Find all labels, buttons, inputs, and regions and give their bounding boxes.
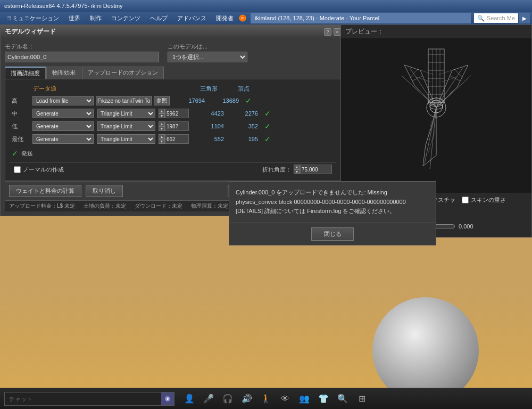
spinner-up-medium[interactable]: ▲ [159, 109, 165, 113]
tab-detail[interactable]: 描画詳細度 [5, 67, 46, 79]
menu-advanced[interactable]: アドバンス [173, 13, 211, 23]
normal-checkbox-label: ノーマルの作成 [23, 166, 64, 174]
group-icon[interactable]: 👥 [298, 392, 311, 405]
bottom-options: ノーマルの作成 折れ角度： ▲ ▼ [10, 162, 336, 176]
calculate-button[interactable]: ウェイトと料金の計算 [9, 185, 81, 197]
error-close-row: 閉じる [229, 223, 436, 245]
status-ok-lowest: ✓ [264, 135, 271, 143]
skin-weight-checkbox[interactable] [462, 197, 469, 203]
triangles-header: 三角形 [179, 85, 222, 93]
angle-input[interactable] [300, 165, 332, 174]
firestorm-icon: F [239, 14, 246, 22]
lod-value-lowest[interactable] [165, 134, 189, 144]
mic-icon[interactable]: 🎤 [202, 392, 215, 405]
normal-checkbox[interactable] [14, 166, 21, 173]
sidebar-toggle[interactable]: ▶ [519, 13, 530, 23]
spinner-down-medium[interactable]: ▼ [159, 113, 165, 118]
model-name-label: モデル名： [5, 43, 159, 51]
menu-help[interactable]: ヘルプ [146, 13, 172, 23]
background-scene [0, 287, 532, 388]
this-model-label: このモデルは... [168, 43, 247, 51]
tab-physics[interactable]: 物理効果 [46, 67, 81, 79]
angle-label: 折れ角度： [262, 166, 292, 174]
menu-developer[interactable]: 開発者 [212, 13, 238, 23]
close-button[interactable]: × [334, 28, 341, 36]
spinner-down-low[interactable]: ▼ [159, 126, 165, 131]
vertices-lowest: 195 [230, 136, 262, 142]
status-physics: 物理演算：未定 [191, 202, 228, 210]
preview-title: プレビュー： [341, 25, 531, 38]
this-model-select[interactable]: 1つを選択... [168, 52, 247, 62]
status-ok-medium: ✓ [264, 109, 271, 118]
lod-row-high: 高 Load from file 参照 17694 13689 ✓ [10, 95, 336, 107]
search-taskbar-icon[interactable]: 🔍 [336, 392, 349, 405]
browse-btn-high[interactable]: 参照 [154, 96, 170, 105]
menu-world[interactable]: 世界 [64, 13, 85, 23]
menu-bar: コミュニケーション 世界 制作 コンテンツ ヘルプ アドバンス 開発者 F ik… [0, 12, 532, 24]
spinner-low: ▲ ▼ [159, 121, 165, 131]
menu-communication[interactable]: コミュニケーション [2, 13, 63, 23]
spinner-lowest: ▲ ▼ [159, 134, 165, 144]
spinner-up-low[interactable]: ▲ [159, 121, 165, 126]
lod-value-low[interactable] [165, 121, 189, 131]
triangles-low: 1104 [191, 123, 228, 129]
model-name-group: モデル名： [5, 43, 159, 62]
angle-spinner-up[interactable]: ▲ [294, 165, 300, 169]
error-message: Cylinder.000_0 をアップロードできませんでした: Missing … [229, 182, 436, 223]
cancel-button[interactable]: 取り消し [86, 185, 123, 197]
tabs: 描画詳細度 物理効果 アップロードのオプション [5, 67, 341, 79]
this-model-group: このモデルは... 1つを選択... [168, 43, 247, 62]
triangles-lowest: 552 [191, 136, 228, 142]
angle-spinner-down[interactable]: ▼ [294, 169, 300, 174]
check-icon: ✓ [12, 149, 18, 158]
search-box[interactable]: 🔍 Search Me [474, 13, 518, 23]
check-row: ✓ 発送 [10, 147, 336, 160]
model-name-input[interactable] [5, 52, 159, 62]
lod-label-low: 低 [12, 122, 30, 130]
lod-row-lowest: 最低 Generate Triangle Limit ▲ ▼ 552 195 ✓ [10, 133, 336, 145]
triangles-medium: 4423 [191, 110, 228, 117]
lod-method-low[interactable]: Triangle Limit [97, 121, 155, 131]
error-close-button[interactable]: 閉じる [311, 227, 354, 241]
title-text: estorm-Releasex64 4.7.5.47975- ikim Dest… [4, 3, 123, 9]
headset-icon[interactable]: 🎧 [221, 392, 234, 405]
spinner-down-lowest[interactable]: ▼ [159, 139, 165, 144]
vertices-low: 352 [230, 123, 262, 129]
error-dialog: Cylinder.000_0 をアップロードできませんでした: Missing … [229, 181, 436, 246]
avatar-appearance-icon[interactable]: 👕 [317, 392, 330, 405]
walk-icon[interactable]: 🚶 [260, 392, 272, 405]
lod-row-low: 低 Generate Triangle Limit ▲ ▼ 1104 352 ✓ [10, 120, 336, 132]
menu-create[interactable]: 制作 [86, 13, 106, 23]
skin-weight-label: スキンの重さ [471, 196, 506, 204]
lod-method-lowest[interactable]: Triangle Limit [97, 134, 155, 144]
lod-file-high[interactable] [96, 96, 152, 105]
grid-icon[interactable]: ⊞ [355, 392, 368, 405]
error-text: Cylinder.000_0 をアップロードできませんでした: Missing … [236, 189, 406, 214]
status-ok-low: ✓ [264, 122, 271, 130]
help-button[interactable]: ? [324, 28, 331, 36]
spinner-up-lowest[interactable]: ▲ [159, 134, 165, 139]
chat-send-icon[interactable] [161, 392, 174, 405]
lod-method-medium[interactable]: Triangle Limit [97, 109, 155, 118]
lod-value-medium[interactable] [165, 109, 189, 118]
avatar-icon[interactable]: 👤 [183, 392, 196, 405]
camera-icon[interactable]: 👁 [279, 392, 292, 405]
lod-source-high[interactable]: Load from file [32, 96, 94, 105]
location-bar: ikimland (128, 128, 23) - Moderate - You… [251, 13, 471, 23]
location-text: ikimland (128, 128, 23) - Moderate - You… [255, 15, 379, 21]
lod-source-medium[interactable]: Generate [32, 109, 94, 118]
status-download: ダウンロード：未定 [135, 202, 182, 210]
triangles-high: 17694 [172, 97, 209, 104]
angle-group: 折れ角度： ▲ ▼ [262, 165, 332, 174]
preview-viewport [341, 38, 531, 193]
lod-source-low[interactable]: Generate [32, 121, 94, 131]
model-name-row: モデル名： このモデルは... 1つを選択... [5, 43, 341, 62]
speaker-icon[interactable]: 🔊 [240, 392, 253, 405]
status-ok-high: ✓ [245, 96, 252, 105]
menu-content[interactable]: コンテンツ [107, 13, 145, 23]
tab-upload-options[interactable]: アップロードのオプション [82, 67, 164, 79]
chat-input[interactable] [5, 396, 161, 402]
lod-source-lowest[interactable]: Generate [32, 134, 94, 144]
check-label: 発送 [21, 150, 33, 158]
spinner-medium: ▲ ▼ [159, 109, 165, 118]
